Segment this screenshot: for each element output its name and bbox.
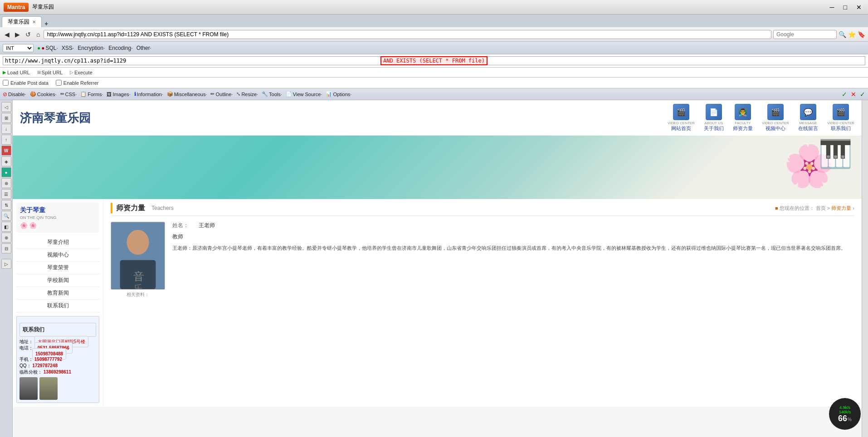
sidebar-btn-2[interactable]: ⊞ <box>1 113 11 123</box>
url-part1-input[interactable]: http://www.jnqtly.cn/cp11.asp?id=1129 <box>3 56 380 65</box>
referrer-checkbox-label[interactable]: Enable Referrer <box>56 80 99 86</box>
left-nav-contact[interactable]: 联系我们 <box>16 300 99 312</box>
nav-item-contact[interactable]: 🎬 VIDEO CENTER 联系我们 <box>827 104 854 132</box>
home-button[interactable]: ⌂ <box>34 30 42 39</box>
images-icon: 🖼 <box>107 92 112 97</box>
forward-button[interactable]: ▶ <box>13 30 22 39</box>
encryption-menu[interactable]: Encryption· <box>78 45 105 51</box>
sidebar-btn-5[interactable]: W <box>1 146 11 155</box>
back-button[interactable]: ◀ <box>3 30 11 39</box>
right-scrollbar[interactable] <box>862 100 868 437</box>
sidebar-btn-6[interactable]: ◈ <box>1 156 11 166</box>
url-input-row: http://www.jnqtly.cn/cp11.asp?id=1129 AN… <box>3 56 865 65</box>
browser-tab[interactable]: 琴童乐园 ✕ <box>2 16 42 27</box>
left-nav-honor[interactable]: 琴童荣誉 <box>16 262 99 274</box>
contact-avatar-1 <box>20 377 38 400</box>
sidebar-btn-14[interactable]: ⊟ <box>1 243 11 253</box>
left-nav-edu-news[interactable]: 教育新闻 <box>16 287 99 300</box>
nav-icon-message: 💬 <box>800 104 816 120</box>
nav-item-message[interactable]: 💬 MESSAGE 在线留言 <box>798 104 818 132</box>
css-menu[interactable]: ✏ CSS· <box>60 91 77 97</box>
images-menu[interactable]: 🖼 Images· <box>107 92 130 97</box>
checkbox-row: Enable Post data Enable Referrer <box>0 78 868 88</box>
sidebar-btn-15[interactable]: ▷ <box>1 259 11 269</box>
sidebar-btn-10[interactable]: ⇅ <box>1 200 11 210</box>
execute-button[interactable]: ▷ Execute <box>70 70 93 75</box>
referrer-checkbox[interactable] <box>56 80 62 86</box>
new-tab-button[interactable]: + <box>42 20 51 27</box>
sidebar-btn-4[interactable]: ↑ <box>1 135 11 145</box>
nav-label-home: 网站首页 <box>671 125 691 132</box>
webpage-frame: 济南琴童乐园 🎬 VIDEO CENTER 网站首页 📄 ABOUT US 关于… <box>13 100 862 437</box>
sidebar-btn-1[interactable]: ◁ <box>1 102 11 112</box>
sidebar-btn-12[interactable]: ◧ <box>1 222 11 232</box>
contact-qq-row: QQ： 1729787248 <box>20 363 96 369</box>
maximize-button[interactable]: □ <box>841 4 850 11</box>
view-source-menu[interactable]: 📄 View Source· <box>286 91 322 97</box>
forms-menu[interactable]: 📋 Forms· <box>80 91 103 97</box>
sql-menu[interactable]: SQL· <box>46 45 58 51</box>
disable-menu[interactable]: ⊘ Disable· <box>3 91 26 97</box>
address-bar[interactable]: http://www.jnqtly.cn/cp11.asp?id=1129 AN… <box>44 30 771 39</box>
outline-menu[interactable]: ✏ Outline· <box>210 91 233 97</box>
sidebar-btn-9[interactable]: ☰ <box>1 189 11 199</box>
nav-icon-2[interactable]: ⭐ <box>848 31 856 38</box>
check-red-icon: ✕ <box>851 91 856 98</box>
int-selector[interactable]: INT STRING <box>3 44 34 52</box>
other-menu[interactable]: Other· <box>137 45 151 51</box>
resize-menu[interactable]: ⤡ Resize· <box>236 91 258 97</box>
miscellaneous-menu[interactable]: 📦 Miscellaneous· <box>167 91 207 97</box>
sidebar-btn-3[interactable]: ↓ <box>1 124 11 134</box>
nav-label-message: 在线留言 <box>798 125 818 132</box>
contact-box: 联系我们 地址： 大明湖北门遥鲜院5号楼 电话： 0531-58587966 1… <box>16 316 99 403</box>
refresh-button[interactable]: ↺ <box>24 30 33 39</box>
nav-bar: ◀ ▶ ↺ ⌂ http://www.jnqtly.cn/cp11.asp?id… <box>0 27 868 42</box>
right-column: 师资力量 Teachers ■ 您现在的位置： 首页 > 师资力量 › <box>103 199 862 407</box>
url-remaining-input[interactable] <box>488 56 865 65</box>
sidebar-btn-7[interactable]: ● <box>1 167 11 177</box>
nav-icon-3[interactable]: 🔖 <box>858 31 865 38</box>
tools-menu[interactable]: 🔧 Tools· <box>262 91 282 97</box>
breadcrumb-current-link[interactable]: 师资力量 <box>831 205 851 211</box>
split-url-icon: ⊞ <box>37 70 41 75</box>
nav-icon-1[interactable]: 🔍 <box>839 31 846 38</box>
mantra-button[interactable]: Mantra <box>4 3 29 12</box>
options-menu[interactable]: 📊 Options· <box>326 91 351 97</box>
encoding-menu[interactable]: Encoding· <box>108 45 132 51</box>
nav-item-faculty[interactable]: 👨‍🏫 FACULTY 师资力量 <box>733 104 753 132</box>
nav-item-about[interactable]: 📄 ABOUT US 关于我们 <box>704 104 724 132</box>
close-button[interactable]: ✕ <box>853 4 864 11</box>
nav-icon-faculty: 👨‍🏫 <box>735 104 751 120</box>
information-menu[interactable]: ℹ Information· <box>134 91 163 97</box>
contact-mobile-row: 手机： 15098777792 <box>20 356 96 363</box>
left-nav-list: 琴童介绍 视频中心 琴童荣誉 学校新闻 教育新闻 联系我们 <box>16 236 99 312</box>
nav-label-about: 关于我们 <box>704 125 724 132</box>
nav-item-video[interactable]: 🎬 VIDEO CENTER 视频中心 <box>762 104 789 132</box>
teacher-description: 王老师：原济南青少年宫小提琴老师，有着丰富的教学经验。酷爱并专研小提琴教学，他培… <box>172 244 854 252</box>
breadcrumb-home-link[interactable]: 首页 <box>816 205 826 211</box>
tools-icon: 🔧 <box>262 91 268 97</box>
sidebar-btn-13[interactable]: ⊕ <box>1 233 11 243</box>
dot-red-icon: ● <box>41 45 44 51</box>
sidebar-btn-8[interactable]: ⊛ <box>1 178 11 188</box>
teacher-info: 姓名： 王老师 教师 王老师：原济南青少年宫小提琴老师，有着丰富的教学经验。酷爱… <box>172 222 854 298</box>
xss-menu[interactable]: XSS· <box>62 45 74 51</box>
post-data-checkbox-label[interactable]: Enable Post data <box>3 80 49 86</box>
minimize-button[interactable]: ─ <box>827 4 837 11</box>
teacher-name-label: 姓名： <box>172 222 195 229</box>
banner: 🌸 🎹 <box>13 136 862 199</box>
left-nav-video[interactable]: 视频中心 <box>16 249 99 262</box>
breadcrumb-arrow-icon: › <box>853 205 854 211</box>
left-nav-school-news[interactable]: 学校新闻 <box>16 274 99 287</box>
yellow-bar-decoration <box>111 203 112 214</box>
split-url-button[interactable]: ⊞ Split URL <box>37 70 63 75</box>
load-url-button[interactable]: ▶ Load URL <box>3 70 30 75</box>
sidebar-btn-11[interactable]: 🔍 <box>1 211 11 221</box>
site-header: 济南琴童乐园 🎬 VIDEO CENTER 网站首页 📄 ABOUT US 关于… <box>13 100 862 136</box>
post-data-checkbox[interactable] <box>3 80 9 86</box>
nav-item-home[interactable]: 🎬 VIDEO CENTER 网站首页 <box>668 104 695 132</box>
tab-close-button[interactable]: ✕ <box>32 19 36 24</box>
search-bar[interactable] <box>773 30 837 39</box>
cookies-menu[interactable]: 🍪 Cookies· <box>30 91 57 97</box>
left-nav-intro[interactable]: 琴童介绍 <box>16 236 99 249</box>
